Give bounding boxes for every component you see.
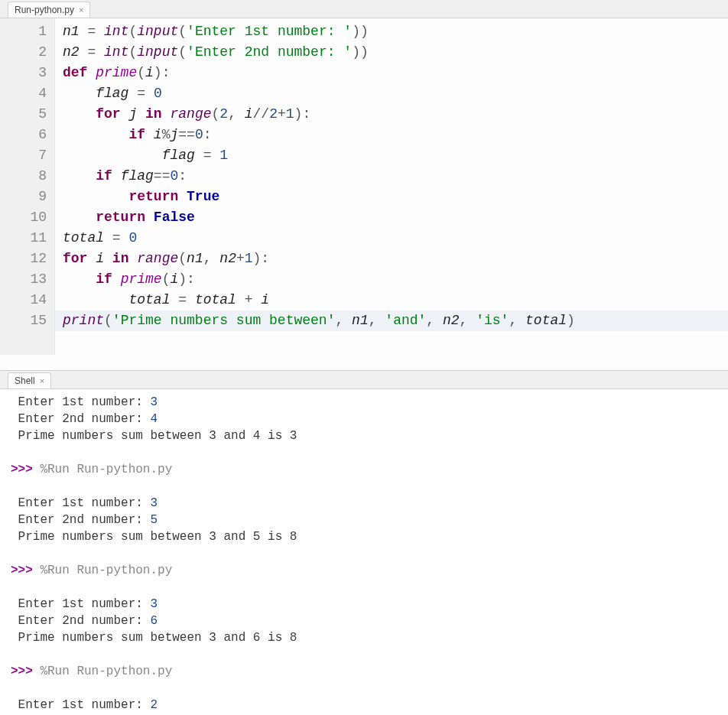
- line-number-gutter: 123456789101112131415: [0, 18, 55, 355]
- shell-blank: [11, 444, 717, 461]
- line-number: 11: [14, 228, 47, 249]
- line-number: 8: [14, 166, 47, 187]
- code-line[interactable]: return True: [63, 189, 219, 204]
- code-line[interactable]: total = 0: [63, 230, 137, 245]
- editor-tab-bar: Run-python.py ×: [0, 0, 728, 18]
- close-icon[interactable]: ×: [79, 5, 83, 15]
- code-line[interactable]: return False: [63, 210, 195, 225]
- line-number: 10: [14, 207, 47, 228]
- shell-output-line: Prime numbers sum between 3 and 4 is 3: [11, 427, 717, 444]
- code-editor[interactable]: 123456789101112131415 n1 = int(input('En…: [0, 18, 728, 371]
- line-number: 7: [14, 145, 47, 166]
- line-number: 13: [14, 269, 47, 290]
- line-number: 12: [14, 249, 47, 269]
- shell-input-line: Enter 1st number: 2: [11, 697, 717, 713]
- code-line[interactable]: def prime(i):: [63, 65, 170, 80]
- editor-tab-label: Run-python.py: [15, 5, 74, 15]
- line-number: 2: [14, 42, 47, 63]
- shell-blank: [11, 579, 717, 596]
- shell-blank: [11, 545, 717, 562]
- shell-input-line: Enter 2nd number: 6: [11, 613, 717, 629]
- editor-tab[interactable]: Run-python.py ×: [8, 2, 90, 18]
- shell-input-line: Enter 2nd number: 5: [11, 512, 717, 528]
- shell-prompt-line: >>> %Run Run-python.py: [11, 663, 717, 680]
- code-line[interactable]: print('Prime numbers sum between', n1, '…: [55, 310, 728, 331]
- code-line[interactable]: if flag==0:: [63, 168, 187, 184]
- line-number: 3: [14, 63, 47, 83]
- code-line[interactable]: total = total + i: [63, 292, 269, 307]
- line-number: 9: [14, 187, 47, 207]
- code-line[interactable]: if i%j==0:: [63, 127, 212, 142]
- code-line[interactable]: for j in range(2, i//2+1):: [63, 106, 310, 122]
- shell-output[interactable]: Enter 1st number: 3 Enter 2nd number: 4 …: [0, 389, 728, 715]
- line-number: 6: [14, 125, 47, 145]
- code-line[interactable]: if prime(i):: [63, 271, 195, 287]
- shell-prompt-line: >>> %Run Run-python.py: [11, 562, 717, 579]
- shell-input-line: Enter 1st number: 3: [11, 394, 717, 411]
- code-line[interactable]: flag = 1: [63, 148, 228, 163]
- line-number: 4: [14, 83, 47, 104]
- code-line[interactable]: n2 = int(input('Enter 2nd number: ')): [63, 44, 369, 60]
- shell-blank: [11, 646, 717, 663]
- shell-input-line: Enter 2nd number: 4: [11, 411, 717, 427]
- shell-tab[interactable]: Shell ×: [8, 372, 51, 388]
- line-number: 1: [14, 21, 47, 42]
- code-line[interactable]: n1 = int(input('Enter 1st number: ')): [63, 24, 369, 39]
- shell-input-line: Enter 1st number: 3: [11, 495, 717, 512]
- shell-output-line: Prime numbers sum between 3 and 6 is 8: [11, 629, 717, 646]
- shell-prompt-line: >>> %Run Run-python.py: [11, 461, 717, 478]
- line-number: 14: [14, 290, 47, 310]
- shell-blank: [11, 680, 717, 697]
- line-number: 5: [14, 104, 47, 125]
- code-line[interactable]: for i in range(n1, n2+1):: [63, 251, 269, 266]
- close-icon[interactable]: ×: [40, 376, 44, 385]
- line-number: 15: [14, 310, 47, 331]
- shell-input-line: Enter 1st number: 3: [11, 596, 717, 613]
- code-area[interactable]: n1 = int(input('Enter 1st number: ')) n2…: [55, 18, 728, 355]
- code-line[interactable]: flag = 0: [63, 86, 162, 101]
- shell-tab-label: Shell: [15, 375, 35, 386]
- shell-output-line: Prime numbers sum between 3 and 5 is 8: [11, 528, 717, 545]
- shell-blank: [11, 478, 717, 495]
- shell-tab-bar: Shell ×: [0, 371, 728, 389]
